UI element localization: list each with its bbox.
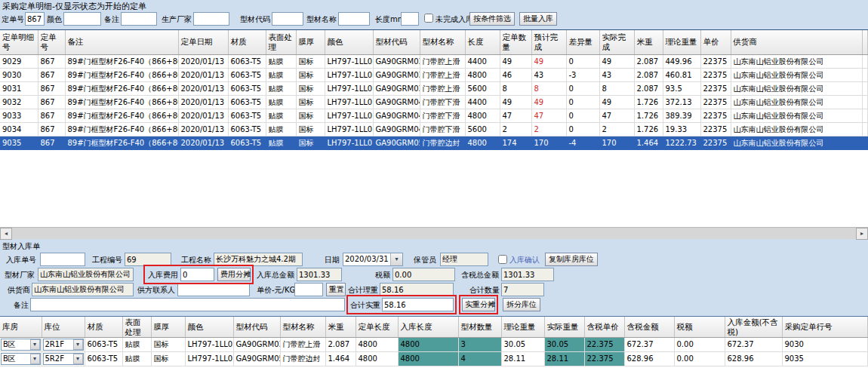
manufacturer-input[interactable] xyxy=(193,12,229,26)
supplier-input[interactable] xyxy=(32,283,134,296)
inbound-column-header: 理论重量 xyxy=(501,317,544,338)
location-select[interactable]: 5R2F▾ xyxy=(43,353,84,365)
inbound-confirm-checkbox[interactable] xyxy=(498,255,507,264)
order-row[interactable]: 903086789#门框型材F26-F40（866+867）2020/01/13… xyxy=(0,68,868,81)
reset-button[interactable]: 重置 xyxy=(326,283,346,296)
order-cell: 1222.73 xyxy=(663,136,700,149)
order-cell: GA90GRM05 xyxy=(373,136,420,149)
order-row[interactable]: 903286789#门框型材F26-F40（866+867）2020/01/13… xyxy=(0,95,868,109)
warehouse-select[interactable]: B区▾ xyxy=(1,339,41,351)
order-cell: 2020/01/13 xyxy=(178,136,228,149)
project-no-input[interactable] xyxy=(125,253,171,266)
profile-name-input[interactable] xyxy=(338,12,370,26)
inbound-cell: 4800 xyxy=(398,352,458,366)
keeper-input[interactable] xyxy=(440,253,488,266)
tax-input[interactable] xyxy=(392,268,455,281)
order-cell: GA90GRM03 xyxy=(373,68,420,81)
order-cell: 9034 xyxy=(0,122,38,136)
profile-factory-label: 型材厂家 xyxy=(5,270,35,281)
profile-code-input[interactable] xyxy=(272,12,303,26)
order-cell: 2 xyxy=(531,122,566,136)
order-row[interactable]: 902986789#门框型材F26-F40（866+867）2020/01/13… xyxy=(0,54,868,68)
order-cell: 门带腔上滑 xyxy=(420,81,465,95)
order-column-header: 材质 xyxy=(228,30,266,54)
order-row[interactable]: 903186789#门框型材F26-F40（866+867）2020/01/13… xyxy=(0,81,868,95)
inbound-cell: 2.087 xyxy=(325,338,356,352)
inbound-column-header: 入库长度 xyxy=(398,317,458,338)
inbound-table-container: 库房库位材质表面处理膜厚颜色型材代码型材名称米重定单长度入库长度型材数量理论重量… xyxy=(0,316,868,371)
order-no-input[interactable] xyxy=(25,12,45,26)
inbound-cell: GA90GRM03 xyxy=(233,338,280,352)
total-qty-input[interactable] xyxy=(501,283,544,296)
inbound-cell: 0.00 xyxy=(674,352,725,366)
order-cell: 贴膜 xyxy=(266,109,296,122)
order-row[interactable]: 903586789#门框型材F26-F40（866+867）2020/01/13… xyxy=(0,136,868,149)
inbound-cell: 4800 xyxy=(356,352,398,366)
dropdown-arrow-icon[interactable]: ▾ xyxy=(30,339,40,350)
order-row[interactable]: 903486789#门框型材F26-F40（866+867）2020/01/13… xyxy=(0,122,868,136)
order-cell: 22375 xyxy=(700,54,731,68)
order-cell: 49 xyxy=(500,95,531,109)
order-cell: 6063-T5 xyxy=(228,54,266,68)
inbound-column-header: 库房 xyxy=(0,317,42,338)
unit-price-label: 单价-元/KG xyxy=(257,285,295,296)
order-cell: 8 xyxy=(500,81,531,95)
order-table-container: 定单明细号定单号备注定单日期材质表面处理膜厚颜色型材代码型材名称长度定单数量预计… xyxy=(0,29,868,227)
inbound-column-header: 库位 xyxy=(42,317,85,338)
tax-included-total-input[interactable] xyxy=(501,268,554,281)
order-cell: 门带腔上滑 xyxy=(420,68,465,81)
location-select[interactable]: 2R1F▾ xyxy=(43,339,84,351)
inbound-cell: 9035 xyxy=(782,352,868,366)
inbound-total-input[interactable] xyxy=(297,268,342,281)
fee-allocate-button[interactable]: 费用分摊 xyxy=(217,268,251,281)
inbound-column-header: 型材数量 xyxy=(458,317,501,338)
order-cell: 6063-T5 xyxy=(228,122,266,136)
order-column-header: 定单明细号 xyxy=(0,30,38,54)
remark-input[interactable] xyxy=(121,12,157,26)
inbound-fee-input[interactable] xyxy=(180,268,214,281)
total-theory-weight-input[interactable] xyxy=(380,283,454,296)
order-column-header: 表面处理 xyxy=(266,30,296,54)
dropdown-arrow-icon[interactable]: ▾ xyxy=(73,354,83,364)
date-picker[interactable]: 2020/03/31 ▾ xyxy=(343,253,403,266)
dropdown-arrow-icon[interactable]: ▾ xyxy=(30,354,40,364)
scroll-left-button[interactable]: ◂ xyxy=(0,228,12,240)
remark-field-input[interactable] xyxy=(30,298,345,311)
dropdown-arrow-icon[interactable]: ▾ xyxy=(73,339,83,350)
color-input[interactable] xyxy=(63,12,101,26)
split-location-button[interactable]: 拆分库位 xyxy=(503,298,540,311)
profile-factory-input[interactable] xyxy=(38,268,134,281)
order-cell: 89#门框型材F26-F40（866+867） xyxy=(65,68,178,81)
supplier-contact-input[interactable] xyxy=(177,283,250,296)
order-cell: 47 xyxy=(531,109,566,122)
filter-button[interactable]: 按条件筛选 xyxy=(469,12,515,26)
inbound-row[interactable]: B区▾5R2F▾6063-T5贴膜国标LH797-1LL0GA90GRM05门带… xyxy=(0,352,868,366)
order-cell: 0 xyxy=(566,122,599,136)
batch-inbound-button[interactable]: 批量入库 xyxy=(519,12,557,26)
length-input[interactable] xyxy=(401,12,419,26)
unfinished-inbound-label: 未完成入库 xyxy=(436,14,473,25)
order-cell: 国标 xyxy=(296,68,325,81)
scroll-right-button[interactable]: ▸ xyxy=(856,228,868,240)
inbound-row[interactable]: B区▾2R1F▾6063-T5贴膜国标LH797-1LL0GA90GRM03门带… xyxy=(0,338,868,352)
inbound-no-input[interactable] xyxy=(40,253,85,266)
unfinished-inbound-checkbox[interactable] xyxy=(424,14,433,23)
calendar-dropdown-icon[interactable]: ▾ xyxy=(390,253,402,265)
order-cell: 门带腔下滑 xyxy=(420,109,465,122)
copy-warehouse-location-button[interactable]: 复制库房库位 xyxy=(545,253,598,266)
inbound-cell: 22.375 xyxy=(584,352,624,366)
actual-weight-allocate-button[interactable]: 实重分摊 xyxy=(462,298,495,311)
horizontal-scrollbar[interactable]: ◂ ▸ xyxy=(0,227,868,239)
total-actual-weight-input[interactable] xyxy=(382,298,454,311)
inbound-cell: 2R1F▾ xyxy=(42,338,85,352)
inbound-column-header: 膜厚 xyxy=(151,317,185,338)
order-cell: 89#门框型材F26-F40（866+867） xyxy=(65,54,178,68)
unit-price-input[interactable] xyxy=(294,283,323,296)
order-cell: 0 xyxy=(566,109,599,122)
order-column-header-filler xyxy=(863,30,868,54)
inbound-cell: 22.375 xyxy=(584,338,624,352)
order-cell: 山东南山铝业股份有限公司 xyxy=(731,136,863,149)
project-name-input[interactable] xyxy=(214,253,303,266)
order-row[interactable]: 903386789#门框型材F26-F40（866+867）2020/01/13… xyxy=(0,109,868,122)
warehouse-select[interactable]: B区▾ xyxy=(1,353,41,365)
